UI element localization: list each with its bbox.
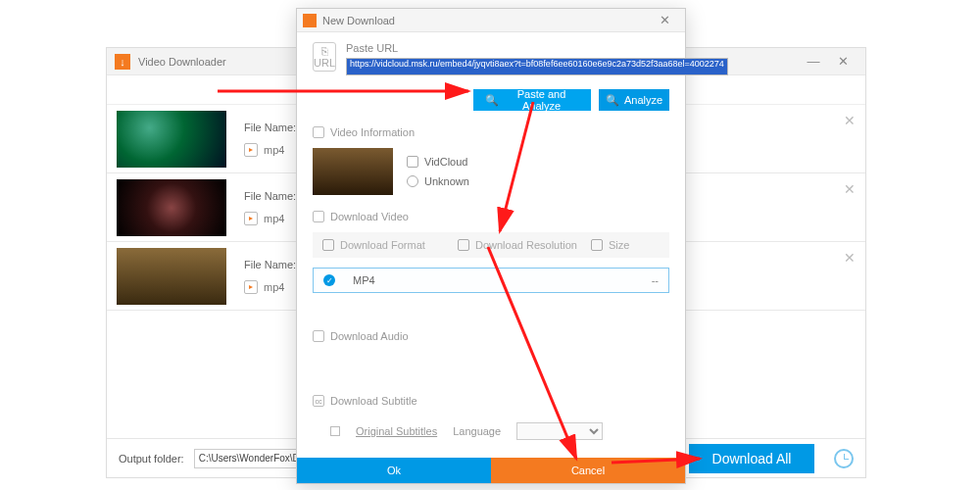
format-icon: ▸ — [244, 280, 258, 294]
video-thumbnail — [117, 248, 226, 305]
remove-item-button[interactable]: ✕ — [844, 250, 856, 266]
search-icon: 🔍 — [485, 94, 499, 107]
format-icon: ▸ — [244, 212, 258, 225]
paste-url-label: Paste URL — [346, 42, 728, 54]
format-icon: ▸ — [244, 143, 258, 157]
original-subtitles-label: Original Subtitles — [356, 425, 437, 437]
download-video-header: Download Video — [313, 211, 669, 222]
check-icon: ✓ — [323, 274, 335, 286]
cc-icon: cc — [313, 395, 324, 407]
info-icon — [313, 126, 324, 138]
download-audio-header: Download Audio — [313, 330, 669, 342]
cancel-button[interactable]: Cancel — [491, 458, 685, 483]
format-label: mp4 — [264, 281, 284, 293]
download-subtitle-header: cc Download Subtitle — [313, 395, 669, 407]
resolution-icon — [458, 239, 469, 251]
format-icon — [322, 239, 334, 251]
clock-icon — [407, 175, 418, 187]
download-all-button[interactable]: Download All — [689, 444, 814, 473]
paste-and-analyze-button[interactable]: 🔍 Paste and Analyze — [473, 89, 591, 111]
source-label: VidCloud — [424, 156, 467, 168]
video-thumbnail — [117, 179, 226, 236]
minimize-button[interactable]: — — [799, 52, 828, 72]
app-logo-icon: ↓ — [115, 54, 130, 70]
dialog-title: New Download — [322, 15, 395, 26]
source-icon — [407, 156, 418, 168]
audio-icon — [313, 330, 324, 342]
filename-label: File Name: — [244, 122, 296, 133]
info-thumbnail — [313, 148, 393, 195]
url-input[interactable]: https://vidcloud.msk.ru/embed4/jyqvti8ae… — [346, 58, 728, 75]
video-thumbnail — [117, 111, 226, 168]
format-size: -- — [652, 274, 659, 286]
dialog-titlebar: New Download ✕ — [297, 9, 685, 32]
language-select[interactable] — [516, 422, 603, 440]
schedule-icon[interactable] — [834, 449, 854, 468]
original-subtitles-checkbox[interactable] — [330, 426, 340, 436]
remove-item-button[interactable]: ✕ — [844, 113, 856, 128]
video-info-header: Video Information — [313, 126, 669, 138]
video-icon — [313, 211, 324, 222]
new-download-dialog: New Download ✕ ⎘URL Paste URL https://vi… — [296, 8, 686, 484]
format-name: MP4 — [353, 274, 652, 286]
app-title: Video Downloader — [138, 56, 226, 68]
filename-label: File Name: — [244, 190, 296, 202]
duration-label: Unknown — [424, 175, 469, 187]
filename-label: File Name: — [244, 259, 296, 270]
output-folder-label: Output folder: — [119, 453, 184, 465]
search-icon: 🔍 — [606, 94, 619, 107]
size-icon — [591, 239, 603, 251]
dialog-close-button[interactable]: ✕ — [650, 11, 679, 30]
format-table-header: Download Format Download Resolution Size — [313, 232, 669, 258]
format-label: mp4 — [264, 213, 284, 224]
language-label: Language — [453, 425, 501, 437]
analyze-button[interactable]: 🔍 Analyze — [599, 89, 669, 111]
url-icon: ⎘URL — [313, 42, 336, 72]
ok-button[interactable]: Ok — [297, 458, 491, 483]
format-row[interactable]: ✓ MP4 -- — [313, 268, 669, 293]
close-button[interactable]: ✕ — [828, 52, 858, 72]
remove-item-button[interactable]: ✕ — [844, 181, 856, 197]
format-label: mp4 — [264, 144, 284, 156]
dialog-logo-icon — [303, 14, 317, 27]
